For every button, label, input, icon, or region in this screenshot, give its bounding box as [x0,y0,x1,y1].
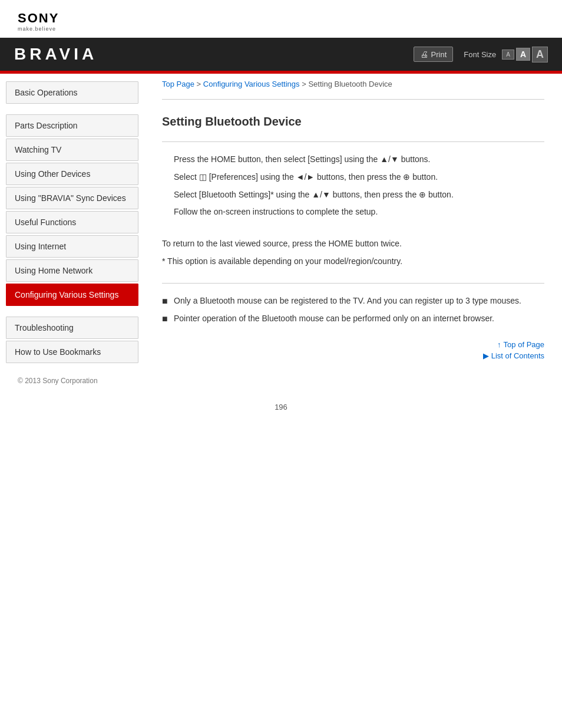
instruction-block: Press the HOME button, then select [Sett… [162,148,544,228]
print-button[interactable]: 🖨 Print [414,47,454,62]
bullet-item-2: ■ Pointer operation of the Bluetooth mou… [162,312,544,326]
sidebar-item-troubleshooting[interactable]: Troubleshooting [6,317,138,339]
bullet-text-2: Pointer operation of the Bluetooth mouse… [174,312,494,326]
divider-title [162,141,544,142]
breadcrumb-top-page[interactable]: Top Page [162,80,194,88]
print-icon: 🖨 [420,50,428,59]
sony-logo: SONY make.believe [18,11,544,32]
bullet-dot-2: ■ [162,312,171,326]
list-of-contents-link[interactable]: ▶ List of Contents [483,351,544,360]
bullet-item-1: ■ Only a Bluetooth mouse can be register… [162,294,544,308]
bullet-block: ■ Only a Bluetooth mouse can be register… [162,289,544,334]
divider-mid [162,283,544,284]
bottom-area: © 2013 Sony Corporation 196 [0,374,562,435]
sony-tagline: make.believe [18,26,56,32]
print-label: Print [431,50,447,59]
footer-links: ↑ Top of Page ▶ List of Contents [162,334,544,363]
copyright: © 2013 Sony Corporation [18,377,98,385]
sidebar-item-parts-description[interactable]: Parts Description [6,114,138,137]
font-size-label: Font Size [464,50,496,59]
page-number: 196 [0,403,562,411]
banner-right: 🖨 Print Font Size A A A [414,47,548,62]
breadcrumb: Top Page > Configuring Various Settings … [162,74,544,93]
note-line-1: To return to the last viewed source, pre… [162,237,544,251]
sidebar: Basic Operations Parts Description Watch… [0,74,144,374]
font-small-button[interactable]: A [502,50,514,60]
note-line-2: * This option is available depending on … [162,255,544,269]
sidebar-item-using-internet[interactable]: Using Internet [6,235,138,258]
font-medium-button[interactable]: A [516,48,530,61]
font-large-button[interactable]: A [532,47,548,62]
instruction-line-2: Select ◫ [Preferences] using the ◄/► but… [174,170,533,185]
sony-wordmark: SONY [18,11,59,26]
main-layout: Basic Operations Parts Description Watch… [0,74,562,374]
breadcrumb-current: Setting Bluetooth Device [308,80,392,88]
sidebar-section-top: Basic Operations [0,81,144,104]
page-title-area: Setting Bluetooth Device [162,106,544,136]
sidebar-item-using-bravia-sync[interactable]: Using "BRAVIA" Sync Devices [6,187,138,209]
sidebar-item-basic-operations[interactable]: Basic Operations [6,81,138,104]
sidebar-item-how-to-use-bookmarks[interactable]: How to Use Bookmarks [6,341,138,363]
right-arrow-icon: ▶ [483,351,489,360]
bullet-dot-1: ■ [162,294,171,308]
sidebar-section-main: Parts Description Watching TV Using Othe… [0,114,144,306]
page-title: Setting Bluetooth Device [162,110,544,133]
up-arrow-icon: ↑ [497,340,501,349]
breadcrumb-configuring[interactable]: Configuring Various Settings [203,80,300,88]
sidebar-item-configuring-settings[interactable]: Configuring Various Settings [6,284,138,306]
bravia-banner: BRAVIA 🖨 Print Font Size A A A [0,38,562,71]
top-logo-area: SONY make.believe [0,0,562,38]
instruction-line-3: Select [Bluetooth Settings]* using the ▲… [174,188,533,202]
bullet-text-1: Only a Bluetooth mouse can be registered… [174,294,521,308]
bravia-title: BRAVIA [14,45,97,64]
note-block: To return to the last viewed source, pre… [162,232,544,277]
font-size-controls: A A A [502,47,548,62]
top-of-page-link[interactable]: ↑ Top of Page [497,340,544,349]
sidebar-section-bottom: Troubleshooting How to Use Bookmarks [0,317,144,363]
instruction-line-4: Follow the on-screen instructions to com… [174,205,533,219]
divider-top [162,99,544,100]
sidebar-item-using-other-devices[interactable]: Using Other Devices [6,163,138,185]
content-area: Top Page > Configuring Various Settings … [144,74,562,374]
sidebar-item-using-home-network[interactable]: Using Home Network [6,259,138,282]
sidebar-item-watching-tv[interactable]: Watching TV [6,139,138,161]
instruction-line-1: Press the HOME button, then select [Sett… [174,153,533,167]
sidebar-item-useful-functions[interactable]: Useful Functions [6,211,138,233]
